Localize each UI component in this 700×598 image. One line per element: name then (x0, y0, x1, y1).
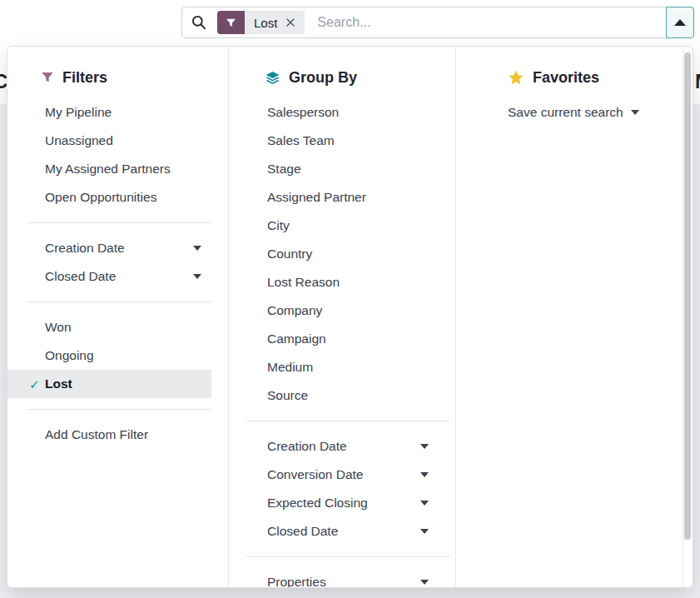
filter-item-my-assigned-partners[interactable]: My Assigned Partners (7, 155, 211, 183)
search-facet-lost: Lost (217, 11, 305, 34)
groupby-item-lost-reason[interactable]: Lost Reason (229, 268, 439, 297)
separator (246, 421, 450, 421)
filter-item-ongoing[interactable]: Ongoing (7, 341, 211, 370)
favorites-item-label: Save current search (508, 105, 623, 120)
group-by-column: Group By SalespersonSales TeamStageAssig… (229, 47, 456, 587)
filter-item-my-pipeline[interactable]: My Pipeline (7, 98, 211, 127)
search-input[interactable] (305, 15, 666, 30)
groupby-item-label: Salesperson (267, 105, 339, 120)
groupby-item-label: Source (267, 388, 308, 403)
groupby-item-salesperson[interactable]: Salesperson (229, 98, 439, 127)
filter-funnel-icon (41, 71, 54, 84)
groupby-item-label: Properties (267, 575, 326, 588)
filter-item-label: Creation Date (45, 241, 125, 256)
favorites-column: Favorites Save current search (456, 47, 683, 587)
groupby-item-label: Assigned Partner (267, 190, 366, 205)
filter-item-lost[interactable]: ✓Lost (7, 370, 211, 398)
filter-item-creation-date[interactable]: Creation Date (7, 234, 211, 262)
filter-item-unassigned[interactable]: Unassigned (7, 127, 211, 155)
filter-item-label: Add Custom Filter (45, 427, 148, 442)
filters-title: Filters (62, 69, 107, 87)
filter-item-won[interactable]: Won (7, 313, 211, 341)
filters-column: Filters My PipelineUnassignedMy Assigned… (7, 47, 229, 587)
filter-item-label: Closed Date (45, 269, 116, 284)
chevron-down-icon (420, 444, 429, 449)
separator (27, 301, 211, 302)
search-icon (191, 14, 207, 31)
groupby-item-conversion-date[interactable]: Conversion Date (229, 461, 439, 489)
chevron-down-icon (193, 274, 201, 279)
groupby-item-country[interactable]: Country (229, 240, 439, 268)
filters-header: Filters (7, 68, 228, 87)
filter-item-closed-date[interactable]: Closed Date (7, 262, 211, 291)
groupby-item-label: Lost Reason (267, 275, 340, 290)
groupby-item-label: Creation Date (267, 439, 347, 454)
groupby-item-label: Expected Closing (267, 496, 368, 511)
groupby-item-closed-date[interactable]: Closed Date (229, 517, 439, 546)
filter-facet-icon (217, 11, 245, 34)
filter-item-open-opportunities[interactable]: Open Opportunities (7, 183, 211, 212)
groupby-item-label: Stage (267, 162, 301, 177)
chevron-down-icon (193, 246, 201, 251)
search-bar: Lost (181, 7, 694, 38)
filter-item-label: Won (45, 320, 72, 335)
groupby-item-label: Conversion Date (267, 467, 363, 482)
check-icon: ✓ (29, 378, 40, 391)
scrollbar-thumb[interactable] (684, 52, 691, 540)
chevron-down-icon (631, 110, 639, 115)
group-by-title: Group By (289, 69, 357, 87)
facet-body: Lost (245, 11, 305, 34)
groupby-item-label: Closed Date (267, 524, 338, 539)
filter-item-label: Open Opportunities (45, 190, 156, 205)
filter-item-label: Ongoing (45, 348, 94, 363)
groupby-item-label: Country (267, 247, 312, 262)
background-partial-text-right: M (695, 70, 700, 93)
caret-up-icon (674, 19, 686, 26)
facet-remove-icon[interactable] (285, 17, 295, 27)
panel-scrollbar[interactable] (683, 47, 693, 587)
filter-item-label: My Assigned Partners (45, 162, 171, 177)
groupby-item-creation-date[interactable]: Creation Date (229, 432, 439, 461)
group-by-header: Group By (229, 68, 455, 87)
filter-item-label: Lost (45, 376, 72, 391)
separator (27, 409, 211, 410)
groupby-item-label: Campaign (267, 331, 326, 346)
groupby-item-city[interactable]: City (229, 212, 439, 240)
separator (246, 556, 450, 557)
search-toggle-button[interactable] (666, 7, 694, 38)
favorites-item-save-current-search[interactable]: Save current search (456, 98, 674, 127)
groupby-item-company[interactable]: Company (229, 297, 439, 325)
layers-icon (265, 70, 280, 86)
groupby-item-label: Company (267, 303, 322, 318)
filter-item-label: Unassigned (45, 133, 113, 148)
groupby-item-expected-closing[interactable]: Expected Closing (229, 489, 439, 517)
facet-label: Lost (254, 16, 277, 30)
groupby-item-campaign[interactable]: Campaign (229, 325, 439, 353)
separator (27, 222, 211, 223)
filter-item-add-custom-filter[interactable]: Add Custom Filter (7, 421, 211, 449)
groupby-item-stage[interactable]: Stage (229, 155, 439, 183)
search-dropdown-panel: Filters My PipelineUnassignedMy Assigned… (7, 46, 693, 588)
groupby-item-label: City (267, 218, 290, 233)
groupby-item-source[interactable]: Source (229, 381, 439, 410)
chevron-down-icon (420, 472, 429, 477)
chevron-down-icon (420, 529, 429, 534)
chevron-down-icon (420, 580, 429, 585)
filter-item-label: My Pipeline (45, 105, 112, 120)
groupby-item-sales-team[interactable]: Sales Team (229, 127, 439, 155)
star-icon (508, 69, 524, 86)
chevron-down-icon (420, 501, 429, 506)
groupby-item-assigned-partner[interactable]: Assigned Partner (229, 183, 439, 212)
groupby-item-label: Medium (267, 360, 313, 375)
groupby-item-label: Sales Team (267, 133, 335, 148)
groupby-item-medium[interactable]: Medium (229, 353, 439, 381)
page-background: C M Lost (0, 0, 700, 598)
favorites-title: Favorites (533, 69, 599, 87)
favorites-header: Favorites (456, 68, 683, 87)
groupby-item-properties[interactable]: Properties (229, 568, 439, 588)
